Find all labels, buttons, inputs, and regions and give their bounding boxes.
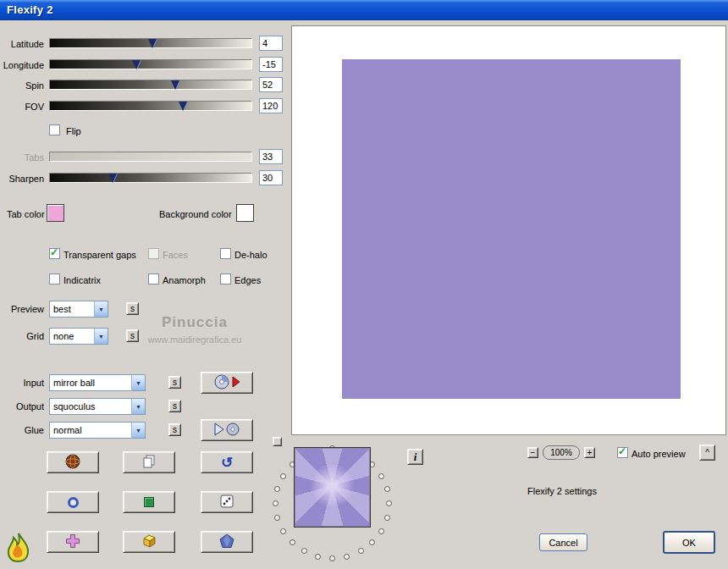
chevron-down-icon[interactable]: ▼ [94,329,108,344]
preview-image[interactable] [342,59,681,399]
purple-cross-icon [64,533,81,552]
disc-arrow-icon [212,373,241,393]
sharpen-slider-thumb[interactable] [108,174,117,183]
copy-page-icon [141,454,157,472]
grid-select[interactable]: none ▼ [49,328,108,345]
spin-slider-thumb[interactable] [171,80,179,90]
chevron-down-icon[interactable]: ▼ [131,375,145,390]
longitude-value-input[interactable] [259,57,283,72]
latitude-slider-thumb[interactable] [148,39,157,48]
input-select-label: Input [0,378,44,388]
fov-slider[interactable] [49,101,252,111]
copy-button[interactable] [123,451,175,473]
input-select[interactable]: mirror ball ▼ [49,374,146,391]
anamorph-checkbox[interactable] [148,273,159,284]
glue-s-button[interactable]: s [168,423,181,436]
glue-select-label: Glue [0,425,44,435]
zoom-in-button[interactable]: + [584,447,595,458]
latitude-slider[interactable] [49,38,252,48]
sharpen-value-input[interactable] [259,170,283,185]
window-title: Flexify 2 [7,3,53,16]
ring-button[interactable] [47,491,99,513]
dehalo-label: De-halo [234,250,267,260]
spin-label: Spin [0,80,44,91]
pentagon-button[interactable] [201,531,253,553]
indicatrix-label: Indicatrix [63,275,101,285]
yellow-box-icon [141,533,157,552]
output-s-button[interactable]: s [168,400,181,412]
dice-icon [219,494,234,511]
spin-slider[interactable] [49,80,252,90]
fov-slider-thumb[interactable] [179,102,187,111]
longitude-label: Longitude [0,60,44,70]
output-select[interactable]: squoculus ▼ [49,398,146,415]
longitude-slider-thumb[interactable] [132,60,141,69]
preview-select-label: Preview [0,304,44,314]
green-square-icon [144,497,154,507]
collapse-button[interactable]: ^ [699,445,715,461]
grid-select-label: Grid [0,331,44,341]
dice-button[interactable] [201,491,253,513]
dark-sphere-icon [64,453,81,472]
auto-preview-checkbox[interactable]: ✓ [617,447,628,458]
edges-label: Edges [234,275,261,285]
chevron-down-icon[interactable]: ▼ [131,423,145,438]
faces-checkbox [148,248,159,259]
info-button[interactable]: i [407,449,423,465]
play-disc-button[interactable] [201,419,253,441]
zoom-level: 100% [543,445,580,460]
tab-color-swatch[interactable] [47,204,64,222]
cross-button[interactable] [47,531,99,553]
input-s-button[interactable]: s [168,376,181,389]
square-button[interactable] [123,491,175,513]
fov-label: FOV [0,102,44,112]
background-color-swatch[interactable] [236,204,254,222]
preview-area [291,25,726,435]
edges-checkbox[interactable] [220,273,231,284]
render-disc-button[interactable] [201,372,253,394]
longitude-slider[interactable] [49,59,252,69]
transparent-gaps-checkbox[interactable]: ✓ [49,248,60,259]
output-select-label: Output [0,401,44,412]
tab-color-label: Tab color [7,209,45,219]
flip-label: Flip [66,126,81,136]
undo-button[interactable]: ↺ [201,451,253,473]
background-color-label: Background color [159,209,232,219]
dehalo-checkbox[interactable] [220,248,231,259]
sphere-button[interactable] [47,451,99,473]
latitude-label: Latitude [0,39,44,49]
chevron-down-icon[interactable]: ▼ [94,301,108,317]
box-button[interactable] [123,531,175,553]
sharpen-slider[interactable] [49,173,252,183]
cancel-button[interactable]: Cancel [539,533,587,551]
spin-value-input[interactable] [259,77,283,92]
preview-select[interactable]: best ▼ [49,301,108,318]
blue-ring-icon [68,497,79,508]
indicatrix-checkbox[interactable] [49,273,60,284]
tabs-slider [49,152,252,162]
settings-status-text: Flexify 2 settings [506,486,618,496]
fov-value-input[interactable] [259,98,283,113]
blue-pentagon-icon [218,533,235,552]
watermark-url: www.maidiregrafica.eu [127,334,262,345]
ok-button[interactable]: OK [663,531,715,554]
flip-checkbox[interactable] [49,124,60,135]
titlebar[interactable]: Flexify 2 [0,0,728,20]
play-disc-icon [212,421,241,440]
input-thumbnail[interactable] [294,447,371,528]
chevron-down-icon[interactable]: ▼ [131,399,145,414]
glue-select[interactable]: normal ▼ [49,422,146,439]
sharpen-label: Sharpen [0,174,44,184]
faces-label: Faces [163,250,188,260]
undo-arrow-icon: ↺ [221,456,233,470]
flexify-dialog: Flexify 2 Latitude Longitude Spin FOV Fl… [0,0,728,569]
tabs-label: Tabs [0,152,44,163]
latitude-value-input[interactable] [259,36,283,51]
preview-s-button[interactable]: s [126,302,139,315]
transparent-gaps-label: Transparent gaps [63,250,136,260]
flame-icon [4,532,33,566]
zoom-out-button[interactable]: − [527,447,538,458]
auto-preview-label: Auto preview [631,449,686,459]
tabs-value-input[interactable] [259,149,283,164]
watermark-name: Pinuccia [127,314,262,331]
